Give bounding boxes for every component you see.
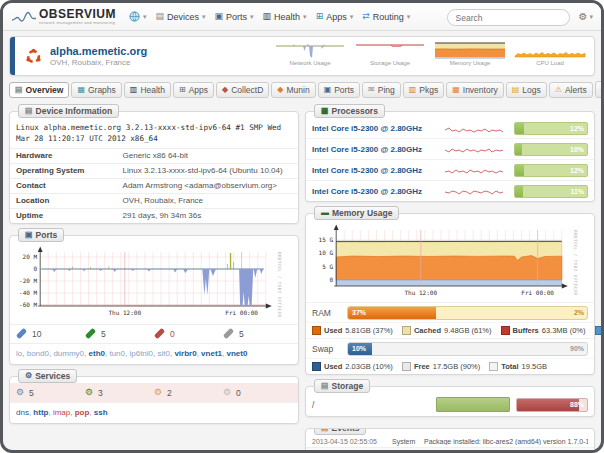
event-row[interactable]: 2013-04-15 02:55:05 System Package insta… [306, 435, 594, 447]
menu-ports[interactable]: ▣ Ports ▾ [215, 12, 254, 22]
events-header: ▤ Events [314, 428, 366, 435]
port-link[interactable]: eth0 [89, 349, 110, 358]
cpu-usage-bar: 10% [514, 143, 588, 156]
svg-text:-60 M: -60 M [19, 301, 38, 308]
navbar: OBSERVIUM network management and monitor… [3, 3, 601, 31]
port-link[interactable]: ip6tnl0 [129, 349, 157, 358]
table-row: Operating System Linux 3.2.13-xxxx-std-i… [10, 163, 298, 178]
device-information-header: ▤ Device Information [18, 104, 119, 118]
tab-alerts[interactable]: ⚠Alerts [549, 82, 593, 98]
services-count-ok[interactable]: ⚙ 3 [85, 388, 154, 398]
table-row: Contact Adam Armstrong <adama@observium.… [10, 178, 298, 193]
port-link[interactable]: tun0 [109, 349, 129, 358]
ram-legend: Used5.81GB (37%) Cached9.48GB (61%) Buff… [306, 322, 594, 338]
events-icon: ▤ [321, 428, 329, 432]
port-link[interactable]: sit0 [158, 349, 175, 358]
storage-usage-sparkline [354, 40, 426, 60]
menu-health[interactable]: ▥ Health ▾ [263, 12, 307, 22]
health-icon: ▥ [263, 12, 272, 21]
observium-logo[interactable]: OBSERVIUM network management and monitor… [11, 8, 116, 25]
global-menu[interactable]: ▾ [129, 11, 147, 22]
ports-icon: ▣ [25, 231, 33, 239]
ports-count-up[interactable]: 5 [85, 329, 154, 339]
port-link[interactable]: vnet1 [201, 349, 226, 358]
processor-row[interactable]: Intel Core i5-2300 @ 2.80GHz 12% [306, 159, 594, 180]
refresh-button[interactable]: ⊙ [595, 81, 604, 98]
processor-row[interactable]: Intel Core i5-2300 @ 2.80GHz 11% [306, 180, 594, 201]
cpu-load-sparkline [514, 40, 586, 60]
device-hostname[interactable]: alpha.memetic.org [50, 45, 147, 58]
service-link[interactable]: ssh [94, 408, 108, 417]
service-link[interactable]: dns [16, 408, 33, 417]
service-link[interactable]: http [33, 408, 53, 417]
port-link[interactable]: lo [16, 349, 27, 358]
storage-panel: ▤ Storage / 88% [305, 386, 595, 417]
swap-bar-row[interactable]: Swap 10% 90% [306, 338, 594, 358]
port-link[interactable]: dummy0 [53, 349, 88, 358]
mini-graph-storage[interactable]: Storage Usage [354, 40, 426, 67]
storage-used-percent: 88% [570, 399, 584, 410]
processor-row[interactable]: Intel Core i5-2300 @ 2.80GHz 12% [306, 118, 594, 138]
svg-text:Fri 00:00: Fri 00:00 [521, 289, 554, 296]
device-information-panel: ▤ Device Information Linux alpha.memetic… [9, 111, 299, 224]
menu-devices[interactable]: ▤ Devices ▾ [155, 12, 205, 22]
device-tabbar: ▤Overview ▦Graphs ▥Health ⊞Apps ◆Collect… [3, 76, 601, 98]
user-menu[interactable]: ⚙ ▾ [579, 11, 593, 22]
tab-health[interactable]: ▥Health [124, 82, 171, 98]
storage-graph-thumbnail[interactable] [436, 397, 510, 412]
apps-icon: ⊞ [316, 12, 324, 21]
chevron-down-icon: ▾ [143, 13, 147, 21]
service-link[interactable]: pop [75, 408, 94, 417]
mini-graph-network[interactable]: Network Usage [274, 40, 346, 67]
menu-routing[interactable]: ⇄ Routing ▾ [362, 12, 410, 22]
tab-ping[interactable]: ✉Ping [362, 82, 401, 98]
ports-traffic-graph[interactable]: 20 M 0 -20 M -40 M -60 M Thu 12:00 Fri 0… [12, 244, 296, 324]
rrdtool-watermark: RRDTOOL / TOBI OETIKER [573, 230, 578, 296]
tab-logs[interactable]: ▤Logs [506, 82, 547, 98]
mini-graph-cpu[interactable]: CPU Load [514, 40, 586, 67]
services-count-warning[interactable]: ⚙ 2 [154, 388, 223, 398]
mini-graph-memory[interactable]: Memory Usage [434, 40, 506, 67]
ports-count-down[interactable]: 0 [154, 329, 223, 339]
tab-collectd[interactable]: ◆CollectD [216, 82, 269, 98]
services-count-down[interactable]: ⚙ 0 [223, 388, 292, 398]
tab-graphs[interactable]: ▦Graphs [71, 82, 121, 98]
cpu-usage-sparkline [443, 164, 509, 176]
tab-munin[interactable]: ◆Munin [271, 82, 315, 98]
event-row[interactable]: 2013-04-15 02:55:05 System Package insta… [306, 447, 594, 450]
shared-swatch [595, 326, 601, 335]
port-link[interactable]: vnet0 [226, 349, 247, 358]
pkgs-icon: ▥ [409, 86, 417, 94]
alerts-bell-icon: ⚠ [555, 86, 562, 94]
processor-row[interactable]: Intel Core i5-2300 @ 2.80GHz 10% [306, 138, 594, 159]
cpu-usage-bar: 11% [514, 185, 588, 198]
ports-count-total[interactable]: 10 [16, 329, 85, 339]
ports-status-row: 10 5 0 5 [10, 324, 298, 343]
search-input[interactable] [447, 9, 570, 26]
ports-count-disabled[interactable]: 5 [223, 329, 292, 339]
tab-overview[interactable]: ▤Overview [9, 82, 69, 98]
storage-row[interactable]: / 88% [306, 393, 594, 416]
tab-ports[interactable]: ▣Ports [318, 82, 360, 98]
ram-bar-row[interactable]: RAM 37% 2% [306, 302, 594, 322]
tab-apps[interactable]: ⊞Apps [173, 82, 214, 98]
storage-usage-bar: 88% [516, 398, 588, 412]
service-link[interactable]: imap [53, 408, 75, 417]
services-header: ⚙ Services [18, 369, 77, 383]
services-count-total[interactable]: ⚙ 5 [16, 388, 85, 398]
storage-header: ▤ Storage [314, 379, 370, 393]
right-column: ▦ Processors Intel Core i5-2300 @ 2.80GH… [305, 100, 595, 450]
port-names-list: lobond0dummy0eth0tun0ip6tnl0sit0virbr0vn… [10, 343, 298, 364]
menu-apps[interactable]: ⊞ Apps ▾ [316, 12, 354, 22]
logo-wave-icon [11, 9, 37, 24]
port-link[interactable]: bond0 [27, 349, 54, 358]
port-link[interactable]: virbr0 [174, 349, 201, 358]
ram-free-percent: 2% [574, 307, 584, 319]
mount-point: / [312, 400, 430, 410]
chevron-down-icon: ▾ [407, 13, 411, 21]
tab-pkgs[interactable]: ▥Pkgs [403, 82, 444, 98]
memory-usage-graph[interactable]: 15 G 10 G 5 G 0 Thu 12:00 Fri 00:00 RRDT… [308, 222, 592, 302]
health-icon: ▥ [130, 86, 138, 94]
svg-text:0: 0 [330, 276, 334, 283]
tab-inventory[interactable]: ▦Inventory [446, 82, 504, 98]
